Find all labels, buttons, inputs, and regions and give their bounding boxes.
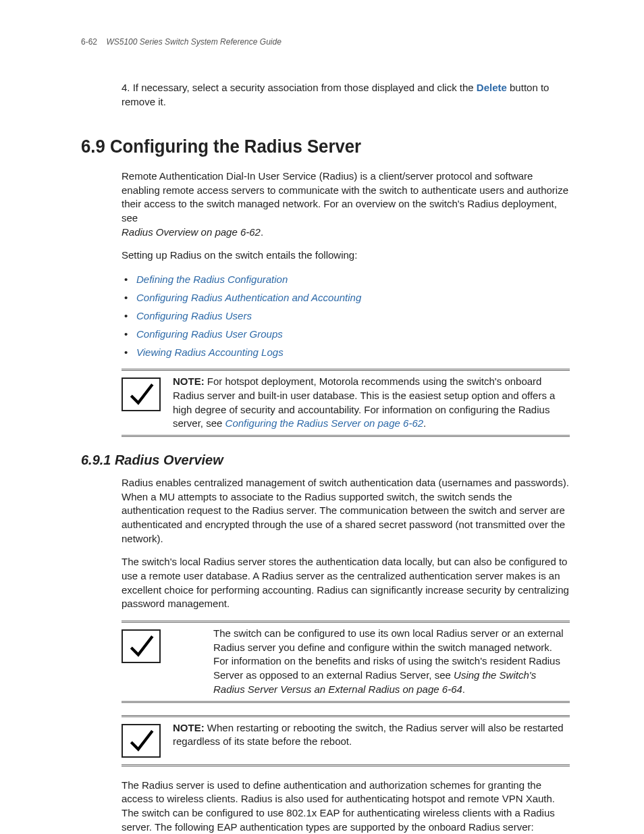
sec69-para1: Remote Authentication Dial-In User Servi…: [122, 170, 570, 239]
note-label: NOTE:: [173, 375, 205, 387]
checkmark-icon: [122, 377, 161, 411]
link-view-radius-logs[interactable]: Viewing Radius Accounting Logs: [136, 346, 284, 358]
section-6-9-heading: 6.9 Configuring the Radius Server: [81, 136, 531, 157]
para-after-notes: The Radius server is used to define auth…: [122, 779, 570, 835]
link-defining-radius-config[interactable]: Defining the Radius Configuration: [136, 273, 288, 285]
list-item: Configuring Radius User Groups: [122, 327, 570, 341]
note-hotspot: NOTE: For hotspot deployment, Motorola r…: [122, 369, 570, 437]
page: 6-62 WS5100 Series Switch System Referen…: [0, 0, 644, 834]
section-title: Radius Overview: [115, 452, 223, 467]
link-config-radius-server[interactable]: Configuring the Radius Server on page 6-…: [225, 417, 424, 429]
note-body: When restarting or rebooting the switch,…: [173, 722, 564, 748]
section-6-9-1-heading: 6.9.1 Radius Overview: [81, 452, 545, 468]
doc-title: WS5100 Series Switch System Reference Gu…: [106, 37, 281, 47]
sec69-para2: Setting up Radius on the switch entails …: [122, 249, 570, 263]
checkmark-icon: [122, 724, 161, 758]
link-config-radius-groups[interactable]: Configuring Radius User Groups: [136, 328, 283, 340]
sec691-para1: Radius enables centralized management of…: [122, 476, 570, 546]
section-number: 6.9: [81, 136, 105, 157]
note-restart: NOTE: When restarting or rebooting the s…: [122, 715, 570, 766]
setup-bullet-list: Defining the Radius Configuration Config…: [122, 272, 570, 359]
link-config-radius-auth[interactable]: Configuring Radius Authentication and Ac…: [136, 292, 361, 303]
sec691-para2: The switch's local Radius server stores …: [122, 555, 570, 611]
list-item: Configuring Radius Authentication and Ac…: [122, 290, 570, 305]
para-text: Remote Authentication Dial-In User Servi…: [122, 170, 568, 224]
note-text: NOTE: When restarting or rebooting the s…: [173, 721, 570, 749]
list-item: Viewing Radius Accounting Logs: [122, 345, 570, 359]
note-local-external: The switch can be configured to use its …: [122, 621, 570, 702]
step-text-pre: If necessary, select a security associat…: [133, 82, 477, 93]
note-label: NOTE:: [173, 722, 205, 733]
section-title: Configuring the Radius Server: [110, 136, 361, 157]
note-text: The switch can be configured to use its …: [173, 627, 570, 696]
step-number: 4.: [122, 82, 130, 93]
para1-ref: Radius Overview on page 6-62: [122, 226, 261, 238]
step-4: 4. If necessary, select a security assoc…: [122, 80, 570, 109]
list-item: Configuring Radius Users: [122, 309, 570, 323]
link-config-radius-users[interactable]: Configuring Radius Users: [136, 310, 252, 321]
page-number: 6-62: [81, 37, 97, 47]
note-text: NOTE: For hotspot deployment, Motorola r…: [173, 375, 570, 431]
delete-link[interactable]: Delete: [477, 82, 507, 93]
checkmark-icon: [122, 629, 161, 663]
section-number: 6.9.1: [81, 452, 111, 467]
list-item: Defining the Radius Configuration: [122, 272, 570, 286]
running-header: 6-62 WS5100 Series Switch System Referen…: [81, 37, 570, 47]
